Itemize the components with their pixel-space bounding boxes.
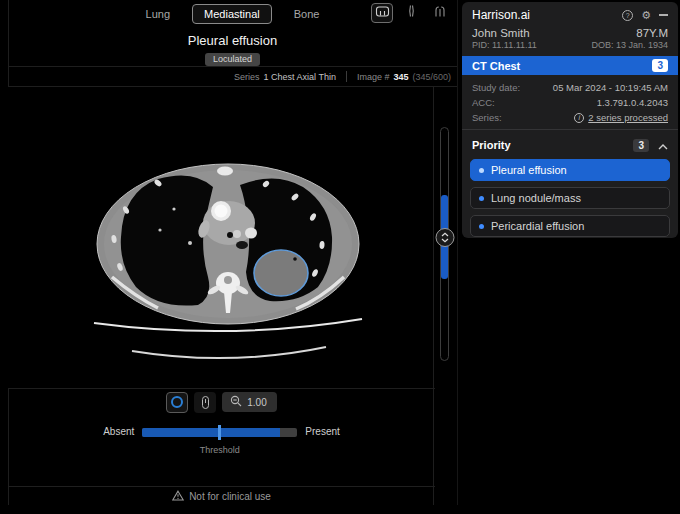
coronal-view-button[interactable] bbox=[429, 3, 451, 23]
minimize-icon[interactable] bbox=[659, 14, 668, 16]
chevron-up-icon[interactable] bbox=[658, 136, 668, 154]
accession-label: ACC: bbox=[472, 97, 495, 108]
coronal-view-icon bbox=[433, 4, 447, 22]
windowing-button[interactable] bbox=[194, 392, 216, 413]
series-separator bbox=[346, 71, 347, 82]
effusion-contour-overlay bbox=[254, 250, 308, 296]
priority-item-label: Lung nodule/mass bbox=[491, 192, 581, 204]
patient-id: PID: 11.11.11.11 bbox=[472, 40, 537, 50]
tab-bone[interactable]: Bone bbox=[288, 5, 326, 23]
series-name: 1 Chest Axial Thin bbox=[264, 72, 336, 82]
ct-viewport[interactable] bbox=[8, 86, 457, 388]
image-number-label: Image # bbox=[357, 72, 390, 82]
sagittal-view-icon bbox=[405, 4, 418, 22]
tab-mediastinal[interactable]: Mediastinal bbox=[192, 4, 272, 24]
panel-header: Harrison.ai ? ⚙ bbox=[462, 2, 678, 24]
study-count-badge: 3 bbox=[652, 59, 668, 72]
harrison-panel: Harrison.ai ? ⚙ John Smith 87Y.M PID: 11… bbox=[462, 2, 678, 238]
contour-toggle-button[interactable] bbox=[166, 392, 188, 413]
series-info-bar: Series 1 Chest Axial Thin Image # 345 (3… bbox=[8, 66, 457, 86]
settings-gear-icon[interactable]: ⚙ bbox=[641, 10, 651, 21]
threshold-marker[interactable] bbox=[218, 425, 221, 440]
threshold-fill bbox=[142, 428, 280, 437]
slice-slider[interactable] bbox=[440, 127, 449, 361]
main-viewer-column: Lung Mediastinal Bone bbox=[0, 0, 457, 514]
priority-count-badge: 3 bbox=[633, 139, 649, 152]
image-number: 345 bbox=[393, 72, 408, 82]
window-preset-bar: Lung Mediastinal Bone bbox=[8, 0, 457, 28]
study-date-value: 05 Mar 2024 - 10:19:45 AM bbox=[553, 82, 668, 93]
finding-title: Pleural effusion bbox=[8, 28, 457, 48]
ai-results-sidebar: Harrison.ai ? ⚙ John Smith 87Y.M PID: 11… bbox=[458, 0, 680, 514]
slice-slider-handle[interactable] bbox=[435, 228, 454, 247]
patient-dob: DOB: 13 Jan. 1934 bbox=[591, 40, 668, 50]
series-processed-link[interactable]: 2 series processed bbox=[588, 112, 668, 123]
series-label: Series bbox=[234, 72, 260, 82]
priority-item-pleural-effusion[interactable]: Pleural effusion bbox=[470, 159, 670, 181]
zoom-level-value: 1.00 bbox=[247, 397, 266, 408]
accession-value: 1.3.791.0.4.2043 bbox=[597, 97, 668, 108]
patient-info: John Smith 87Y.M PID: 11.11.11.11 DOB: 1… bbox=[462, 24, 678, 56]
priority-title: Priority bbox=[472, 139, 511, 151]
app-title: Harrison.ai bbox=[472, 8, 530, 22]
finding-header: Pleural effusion Loculated bbox=[8, 28, 457, 66]
harrison-ai-viewer-app: Lung Mediastinal Bone bbox=[0, 0, 680, 514]
study-details: Study date: 05 Mar 2024 - 10:19:45 AM AC… bbox=[462, 75, 678, 129]
patient-name: John Smith bbox=[472, 27, 530, 39]
priority-header: Priority 3 bbox=[462, 130, 678, 159]
capsule-icon bbox=[202, 396, 209, 409]
ct-image-canvas[interactable] bbox=[8, 87, 433, 389]
disclaimer-text: Not for clinical use bbox=[189, 491, 271, 502]
finding-dot-icon bbox=[479, 196, 484, 201]
image-counter: (345/600) bbox=[412, 72, 451, 82]
absent-label: Absent bbox=[103, 427, 134, 437]
help-icon[interactable]: ? bbox=[622, 10, 633, 21]
priority-item-label: Pericardial effusion bbox=[491, 220, 584, 232]
threshold-slider[interactable]: Threshold bbox=[142, 428, 297, 437]
up-down-chevrons-icon bbox=[440, 229, 449, 247]
priority-item-lung-nodule-mass[interactable]: Lung nodule/mass bbox=[470, 187, 670, 209]
series-count-label: Series: bbox=[472, 112, 502, 123]
finding-subtype-badge: Loculated bbox=[205, 53, 260, 66]
priority-item-pericardial-effusion[interactable]: Pericardial effusion bbox=[470, 215, 670, 237]
study-title: CT Chest bbox=[472, 60, 520, 72]
ct-axial-image bbox=[8, 87, 433, 389]
threshold-label: Threshold bbox=[200, 445, 240, 455]
threshold-section: Absent Threshold Present bbox=[8, 415, 435, 461]
image-toolbar: 1.00 bbox=[8, 388, 435, 415]
sagittal-view-button[interactable] bbox=[400, 3, 422, 23]
finding-dot-icon bbox=[479, 224, 484, 229]
info-icon: i bbox=[574, 113, 584, 123]
study-header-row[interactable]: CT Chest 3 bbox=[462, 56, 678, 75]
priority-item-label: Pleural effusion bbox=[491, 164, 567, 176]
view-layout-buttons bbox=[371, 3, 451, 23]
patient-age-sex: 87Y.M bbox=[636, 27, 668, 39]
study-date-label: Study date: bbox=[472, 82, 520, 93]
zoom-level-control[interactable]: 1.00 bbox=[222, 392, 276, 412]
finding-dot-icon bbox=[479, 168, 484, 173]
tab-lung[interactable]: Lung bbox=[140, 5, 176, 23]
disclaimer-bar: Not for clinical use bbox=[8, 487, 435, 505]
present-label: Present bbox=[305, 427, 339, 437]
axial-view-icon bbox=[375, 4, 390, 22]
circle-contour-icon bbox=[171, 396, 183, 408]
warning-icon bbox=[172, 490, 184, 503]
axial-view-button[interactable] bbox=[371, 3, 393, 23]
magnifier-icon bbox=[230, 395, 242, 409]
